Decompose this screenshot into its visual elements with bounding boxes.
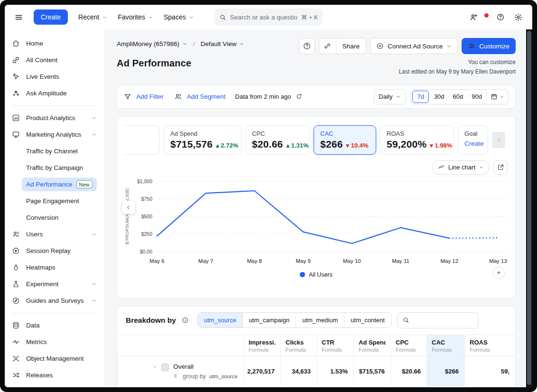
- recent-menu[interactable]: Recent: [78, 13, 107, 21]
- sidebar-item-object-management[interactable]: Object Management: [5, 350, 104, 367]
- chevron-down-icon: [92, 232, 97, 237]
- line-chart-icon: [438, 164, 445, 171]
- range-option-90d[interactable]: 90d: [467, 90, 486, 104]
- metric-card-partial[interactable]: %▾ 0.53%: [125, 125, 160, 155]
- metric-delta: ▾ 1.98%: [430, 142, 452, 149]
- add-user-icon[interactable]: [469, 13, 478, 22]
- row-expand-chevron-icon[interactable]: [152, 364, 157, 369]
- metrics-next-button[interactable]: [492, 132, 505, 148]
- add-filter-button[interactable]: Add Filter: [136, 93, 164, 100]
- breakdown-tab-utm_source[interactable]: utm_source: [198, 313, 242, 327]
- favorites-menu[interactable]: Favorites: [118, 13, 153, 21]
- table-cell[interactable]: 2,270,517: [243, 356, 280, 386]
- breakdown-tabs: utm_sourceutm_campaignutm_mediumutm_cont…: [197, 312, 391, 328]
- range-option-60d[interactable]: 60d: [449, 90, 468, 104]
- search-input[interactable]: [230, 14, 297, 21]
- table-cell[interactable]: $715,576: [353, 356, 390, 386]
- date-range-calendar-button[interactable]: [486, 90, 508, 104]
- metric-card-ad-spend[interactable]: Ad Spend$715,576▴ 2.72%: [164, 125, 241, 155]
- sidebar-item-heatmaps[interactable]: Heatmaps: [5, 259, 104, 276]
- chart-legend[interactable]: All Users: [125, 271, 508, 278]
- goal-create-link[interactable]: Create: [464, 140, 481, 147]
- breakdown-search[interactable]: [397, 312, 479, 328]
- row-checkbox[interactable]: [161, 364, 169, 371]
- help-button[interactable]: [299, 38, 315, 54]
- metric-card-goal[interactable]: GoalCreate: [458, 125, 488, 155]
- sidebar-item-traffic-by-channel[interactable]: Traffic by Channel: [5, 143, 104, 159]
- refresh-icon[interactable]: [296, 93, 303, 100]
- column-header-clicks[interactable]: ClicksFormula: [280, 335, 316, 356]
- column-header-ctr[interactable]: CTRFormula: [316, 335, 353, 356]
- range-option-30d[interactable]: 30d: [430, 90, 449, 104]
- share-button[interactable]: Share: [336, 38, 366, 54]
- column-header-roas[interactable]: ROASFormula: [464, 335, 515, 356]
- column-header-ad-spend[interactable]: Ad SpendFormula: [353, 335, 390, 356]
- spaces-menu[interactable]: Spaces: [164, 13, 194, 21]
- metrics-prev-button[interactable]: [122, 201, 135, 214]
- table-cell[interactable]: 59,: [464, 356, 515, 386]
- table-cell[interactable]: 1.53%: [316, 356, 353, 386]
- breadcrumb-view[interactable]: Default View: [201, 40, 245, 47]
- sidebar-item-home[interactable]: Home: [5, 35, 104, 52]
- add-segment-button[interactable]: Add Segment: [187, 93, 226, 100]
- global-search[interactable]: ⌘ + K: [214, 9, 323, 26]
- svg-text:May 13: May 13: [489, 258, 507, 264]
- sidebar-item-marketing-analytics[interactable]: Marketing Analytics: [5, 126, 104, 143]
- hamburger-menu-icon[interactable]: [14, 13, 23, 22]
- sidebar-item-live-events[interactable]: Live Events: [5, 68, 104, 85]
- column-header-cpc[interactable]: CPCFormula: [390, 335, 426, 356]
- connect-ad-source-label: Connect Ad Source: [388, 43, 443, 50]
- chart-add-button[interactable]: [492, 267, 505, 279]
- sidebar-item-traffic-by-campaign[interactable]: Traffic by Campaign: [5, 159, 104, 176]
- share-button-group[interactable]: Share: [319, 38, 366, 54]
- table-cell[interactable]: 34,633: [280, 356, 316, 386]
- vertical-scrollbar[interactable]: [526, 29, 532, 387]
- sidebar-item-guides-and-surveys[interactable]: Guides and Surveys: [5, 292, 104, 309]
- metric-label: ROAS: [387, 130, 447, 137]
- breakdown-tab-utm_medium[interactable]: utm_medium: [296, 313, 344, 327]
- metric-card-cac[interactable]: CAC$266▾ 10.4%: [314, 125, 376, 155]
- sidebar-item-metrics[interactable]: Metrics: [5, 334, 104, 350]
- help-icon[interactable]: [496, 13, 505, 21]
- sidebar-item-conversion[interactable]: Conversion: [5, 209, 104, 226]
- chart-type-select[interactable]: Line chart: [432, 160, 490, 175]
- sidebar-divider: [12, 105, 97, 106]
- sidebar-item-data[interactable]: Data: [5, 317, 104, 334]
- create-button[interactable]: Create: [34, 9, 68, 25]
- range-option-7d[interactable]: 7d: [412, 91, 428, 103]
- sidebar-item-all-content[interactable]: All Content: [5, 52, 104, 68]
- sidebar-item-session-replay[interactable]: Session Replay: [5, 243, 104, 259]
- metric-card-cpc[interactable]: CPC$20.66▴ 1.31%: [245, 125, 310, 155]
- breakdown-tab-utm_campaign[interactable]: utm_campaign: [242, 313, 296, 327]
- granularity-select[interactable]: Daily: [374, 89, 407, 104]
- table-cell[interactable]: $266: [426, 356, 464, 386]
- sidebar-item-page-engagement[interactable]: Page Engagement: [5, 193, 104, 209]
- settings-gear-icon[interactable]: [514, 13, 523, 22]
- line-chart[interactable]: $1,000$750$500$250$0.00May 6May 7May 8Ma…: [130, 176, 512, 269]
- table-cell[interactable]: $20.66: [390, 356, 426, 386]
- sidebar-item-product-analytics[interactable]: Product Analytics: [5, 110, 104, 126]
- copy-link-icon[interactable]: [319, 38, 336, 54]
- column-header-impressi-[interactable]: Impressi...Formula: [243, 335, 280, 356]
- metric-delta: ▴ 1.31%: [286, 142, 308, 149]
- metric-card-roas[interactable]: ROAS59,200%▾ 1.98%: [380, 125, 454, 155]
- filter-funnel-icon: [124, 93, 131, 101]
- vertical-scrollbar-thumb[interactable]: [527, 31, 531, 385]
- compass-icon: [12, 297, 20, 305]
- group-by-value[interactable]: utm_source: [209, 373, 238, 379]
- breakdown-tab-utm_content[interactable]: utm_content: [344, 313, 391, 327]
- sidebar-item-ask-amplitude[interactable]: Ask Amplitude: [5, 85, 104, 102]
- chevron-down-icon: [446, 44, 452, 49]
- breakdown-search-input[interactable]: [413, 317, 473, 324]
- connect-ad-source-button[interactable]: Connect Ad Source: [370, 38, 458, 54]
- breadcrumb-project[interactable]: AmpliMoney (657986): [117, 40, 187, 47]
- sidebar-item-ad-performance[interactable]: Ad PerformanceNew: [5, 176, 104, 193]
- customize-button[interactable]: Customize: [462, 38, 516, 54]
- open-chart-button[interactable]: [493, 160, 508, 175]
- info-icon[interactable]: [182, 317, 189, 324]
- sidebar-item-users[interactable]: Users: [5, 226, 104, 243]
- column-header-cac[interactable]: CACFormula: [426, 335, 464, 356]
- sidebar-item-experiment[interactable]: Experiment: [5, 276, 104, 292]
- y-axis-label: $:PROPSUM(A)/TOTALS(B): [125, 178, 130, 254]
- sidebar-item-releases[interactable]: Releases: [5, 367, 104, 383]
